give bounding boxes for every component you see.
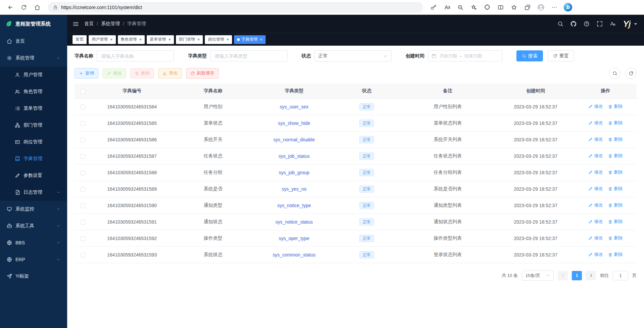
favorites-icon[interactable]: [508, 1, 520, 13]
tab-home[interactable]: 首页: [73, 35, 87, 44]
row-checkbox[interactable]: [81, 236, 85, 241]
tab-dict-management[interactable]: 字典管理×: [234, 35, 266, 44]
search-button[interactable]: 搜索: [516, 50, 543, 61]
password-key-icon[interactable]: [427, 1, 440, 13]
sidebar-item-param-settings[interactable]: 参数设置: [0, 167, 67, 184]
edit-button[interactable]: 修改: [102, 68, 126, 79]
extensions-icon[interactable]: [481, 1, 494, 13]
dict-type-link[interactable]: sys_notice_type: [277, 203, 311, 208]
sidebar-item-role-management[interactable]: 角色管理: [0, 83, 67, 100]
page-size-select[interactable]: 10条/页: [522, 271, 554, 281]
edit-link[interactable]: 修改: [588, 251, 603, 257]
github-icon[interactable]: [570, 21, 577, 27]
sidebar-item-system-tools[interactable]: 系统工具: [0, 218, 67, 234]
row-checkbox[interactable]: [81, 138, 85, 142]
dict-type-link[interactable]: sys_user_sex: [280, 104, 309, 109]
sidebar-toggle-icon[interactable]: [73, 21, 79, 27]
edit-link[interactable]: 修改: [588, 219, 603, 225]
export-button[interactable]: 导出: [158, 68, 182, 79]
delete-link[interactable]: 删除: [608, 120, 623, 126]
help-icon[interactable]: [584, 21, 590, 27]
reset-button[interactable]: 重置: [548, 50, 574, 61]
close-tab-icon[interactable]: ×: [226, 37, 229, 42]
close-tab-icon[interactable]: ×: [260, 37, 263, 42]
delete-link[interactable]: 删除: [608, 169, 623, 175]
dict-type-link[interactable]: sys_notice_status: [275, 219, 313, 225]
sidebar-item-yi-framework[interactable]: Yi框架: [0, 268, 67, 285]
edit-link[interactable]: 修改: [588, 103, 603, 109]
search-icon[interactable]: [557, 21, 563, 27]
address-bar[interactable]: https://ccnetcore.com:1101/system/dict: [48, 2, 423, 13]
tab-menu-management[interactable]: 菜单管理×: [147, 35, 174, 44]
date-range-picker[interactable]: 开始日期 - 结束日期: [428, 50, 502, 61]
edit-link[interactable]: 修改: [588, 235, 603, 241]
sidebar-item-erp[interactable]: ERP: [0, 251, 67, 268]
status-select[interactable]: 正常: [314, 50, 392, 61]
sidebar-item-system-monitor[interactable]: 系统监控: [0, 201, 67, 218]
dict-name-input[interactable]: [97, 50, 174, 61]
tab-role-management[interactable]: 角色管理×: [118, 35, 145, 44]
refresh-table-button[interactable]: [625, 67, 637, 79]
row-checkbox[interactable]: [81, 154, 85, 159]
split-screen-icon[interactable]: [494, 1, 507, 13]
tab-post-management[interactable]: 岗位管理×: [205, 35, 232, 44]
add-favorite-icon[interactable]: [467, 1, 480, 13]
reload-icon[interactable]: [17, 1, 30, 13]
dict-type-link[interactable]: sys_yes_no: [282, 186, 307, 192]
delete-link[interactable]: 删除: [608, 153, 623, 159]
sidebar-item-home[interactable]: 首页: [0, 33, 67, 50]
url-text[interactable]: https://ccnetcore.com:1101/system/dict: [61, 5, 142, 10]
toggle-search-button[interactable]: [609, 67, 620, 79]
close-tab-icon[interactable]: ×: [168, 37, 171, 42]
tab-user-management[interactable]: 用户管理×: [89, 35, 116, 44]
row-checkbox[interactable]: [81, 203, 85, 208]
sidebar-item-dict-management[interactable]: 字典管理: [0, 150, 67, 167]
dict-type-link[interactable]: sys_show_hide: [278, 121, 310, 126]
edit-link[interactable]: 修改: [588, 136, 603, 142]
breadcrumb-item[interactable]: 首页: [84, 21, 94, 27]
row-checkbox[interactable]: [81, 105, 85, 109]
dict-type-link[interactable]: sys_common_status: [273, 252, 316, 257]
zoom-indicator-icon[interactable]: [454, 1, 467, 13]
browser-home-icon[interactable]: [31, 1, 44, 13]
delete-link[interactable]: 删除: [608, 202, 623, 208]
collections-icon[interactable]: [521, 1, 534, 13]
sidebar-item-post-management[interactable]: 岗位管理: [0, 134, 67, 150]
refresh-cache-button[interactable]: 刷新缓存: [186, 68, 219, 79]
edit-link[interactable]: 修改: [588, 169, 603, 175]
breadcrumb-item[interactable]: 系统管理: [101, 21, 120, 27]
app-logo[interactable]: 意框架管理系统: [0, 15, 67, 33]
delete-link[interactable]: 删除: [608, 235, 623, 241]
row-checkbox[interactable]: [81, 220, 85, 225]
font-size-icon[interactable]: [610, 21, 616, 27]
sidebar-item-system-management[interactable]: 系统管理: [0, 50, 67, 66]
delete-link[interactable]: 删除: [608, 136, 623, 142]
delete-link[interactable]: 删除: [608, 251, 623, 257]
dict-type-link[interactable]: sys_job_status: [279, 153, 310, 159]
tab-dept-management[interactable]: 部门管理×: [176, 35, 203, 44]
row-checkbox[interactable]: [81, 187, 85, 192]
edit-link[interactable]: 修改: [588, 186, 603, 192]
edit-link[interactable]: 修改: [588, 153, 603, 159]
back-icon[interactable]: [4, 1, 17, 13]
sidebar-item-log-management[interactable]: 日志管理: [0, 184, 67, 201]
sidebar-item-menu-management[interactable]: 菜单管理: [0, 100, 67, 117]
profile-avatar[interactable]: [535, 1, 547, 13]
select-all-checkbox[interactable]: [81, 89, 85, 94]
page-number-1[interactable]: 1: [572, 271, 582, 280]
delete-link[interactable]: 删除: [608, 186, 623, 192]
add-button[interactable]: 新增: [75, 68, 98, 79]
sidebar-item-dept-management[interactable]: 部门管理: [0, 117, 67, 134]
dict-type-link[interactable]: sys_job_group: [279, 170, 309, 175]
close-tab-icon[interactable]: ×: [197, 37, 200, 42]
dict-type-link[interactable]: sys_normal_disable: [273, 137, 315, 142]
row-checkbox[interactable]: [81, 253, 85, 257]
bing-copilot-icon[interactable]: [561, 1, 574, 13]
next-page-button[interactable]: [586, 271, 596, 280]
delete-link[interactable]: 删除: [608, 103, 623, 109]
fullscreen-icon[interactable]: [597, 21, 603, 27]
dict-type-input[interactable]: [210, 50, 287, 61]
row-checkbox[interactable]: [81, 121, 85, 126]
edit-link[interactable]: 修改: [588, 202, 603, 208]
prev-page-button[interactable]: [558, 271, 568, 280]
